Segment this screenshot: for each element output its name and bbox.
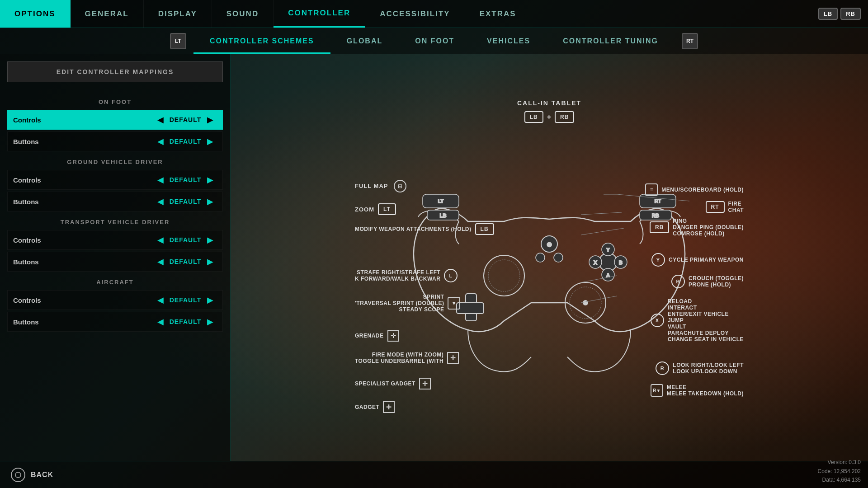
label-specialist-gadget: SPECIALIST GADGET ✛ bbox=[355, 378, 431, 389]
controls-left-arrow[interactable]: ◀ bbox=[154, 115, 167, 125]
svg-point-28 bbox=[583, 300, 588, 305]
svg-text:B: B bbox=[619, 260, 623, 265]
ground-buttons-row[interactable]: Buttons ◀ DEFAULT ▶ bbox=[7, 192, 223, 211]
buttons-right-arrow[interactable]: ▶ bbox=[203, 136, 217, 146]
section-ground-vehicle: GROUND VEHICLE DRIVER bbox=[7, 159, 223, 165]
svg-text:LT: LT bbox=[438, 198, 444, 204]
aircraft-buttons-right-arrow[interactable]: ▶ bbox=[203, 317, 217, 327]
aircraft-controls-right-arrow[interactable]: ▶ bbox=[203, 295, 217, 305]
label-sprint: SPRINT 'TRAVERSAL SPRINT (DOUBLE) STEADY… bbox=[355, 294, 460, 313]
nav-display[interactable]: DISPLAY bbox=[144, 0, 212, 28]
subnav-global[interactable]: GLOBAL bbox=[330, 28, 399, 54]
subnav-controller-schemes[interactable]: CONTROLLER SCHEMES bbox=[193, 28, 330, 54]
label-fire-mode: FIRE MODE (WITH ZOOM) TOGGLE UNDERBARREL… bbox=[355, 352, 459, 364]
section-aircraft: AIRCRAFT bbox=[7, 279, 223, 286]
svg-text:RT: RT bbox=[655, 198, 661, 204]
nav-general[interactable]: GENERAL bbox=[71, 0, 144, 28]
label-full-map: FULL MAP ⊟ bbox=[355, 180, 406, 192]
transport-controls-left-arrow[interactable]: ◀ bbox=[154, 235, 167, 245]
left-panel: EDIT CONTROLLER MAPPINGS ON FOOT Control… bbox=[0, 54, 231, 461]
back-button[interactable]: BACK bbox=[11, 468, 53, 482]
rb-right-key: RB bbox=[650, 221, 669, 233]
nav-accessibility[interactable]: ACCESSIBILITY bbox=[365, 0, 465, 28]
rb-badge[interactable]: RB bbox=[840, 8, 861, 20]
svg-text:Y: Y bbox=[606, 247, 610, 253]
main-content: EDIT CONTROLLER MAPPINGS ON FOOT Control… bbox=[0, 54, 868, 461]
bottom-bar: BACK Version: 0.3.0 Code: 12,954,202 Dat… bbox=[0, 461, 868, 488]
ground-controls-row[interactable]: Controls ◀ DEFAULT ▶ bbox=[7, 170, 223, 190]
y-key: Y bbox=[651, 253, 665, 267]
aircraft-controls-left-arrow[interactable]: ◀ bbox=[154, 295, 167, 305]
label-crouch: B CROUCH (TOGGLE) PRONE (HOLD) bbox=[671, 275, 744, 288]
lt-button[interactable]: LT bbox=[170, 33, 186, 49]
label-strafe: STRAFE RIGHT/STRAFE LEFT K FORWARD/WALK … bbox=[355, 269, 458, 282]
aircraft-controls-row[interactable]: Controls ◀ DEFAULT ▶ bbox=[7, 290, 223, 310]
svg-text:⊕: ⊕ bbox=[547, 241, 552, 248]
right-panel: CALL-IN TABLET LB + RB bbox=[231, 54, 868, 461]
svg-text:LB: LB bbox=[440, 213, 447, 218]
lb-badge[interactable]: LB bbox=[818, 8, 838, 20]
rt-button[interactable]: RT bbox=[682, 33, 698, 49]
nav-controller[interactable]: CONTROLLER bbox=[274, 0, 365, 28]
label-fire: RT FIRE CHAT bbox=[706, 201, 744, 213]
svg-point-16 bbox=[554, 253, 563, 262]
on-foot-buttons-row[interactable]: Buttons ◀ DEFAULT ▶ bbox=[7, 131, 223, 151]
x-key: X bbox=[651, 314, 664, 327]
ground-controls-left-arrow[interactable]: ◀ bbox=[154, 175, 167, 185]
transport-buttons-left-arrow[interactable]: ◀ bbox=[154, 257, 167, 267]
section-on-foot: ON FOOT bbox=[7, 99, 223, 105]
subnav-on-foot[interactable]: ON FOOT bbox=[399, 28, 471, 54]
label-reload: X RELOAD INTERACT ENTER/EXIT VEHICLE JUM… bbox=[651, 298, 744, 343]
lt-key: LT bbox=[378, 203, 396, 215]
label-cycle-weapon: Y CYCLE PRIMARY WEAPON bbox=[651, 253, 744, 267]
nav-extras[interactable]: EXTRAS bbox=[465, 0, 531, 28]
label-modify-weapon: MODIFY WEAPON ATTACHMENTS (HOLD) LB bbox=[355, 223, 494, 235]
transport-buttons-row[interactable]: Buttons ◀ DEFAULT ▶ bbox=[7, 252, 223, 272]
label-zoom: ZOOM LT bbox=[355, 203, 396, 215]
transport-buttons-right-arrow[interactable]: ▶ bbox=[203, 257, 217, 267]
subnav-controller-tuning[interactable]: CONTROLLER TUNING bbox=[547, 28, 675, 54]
aircraft-buttons-left-arrow[interactable]: ◀ bbox=[154, 317, 167, 327]
controls-right-arrow[interactable]: ▶ bbox=[203, 115, 217, 125]
lb-key: LB bbox=[475, 223, 494, 235]
label-ping: RB PING DANGER PING (DOUBLE) COMROSE (HO… bbox=[650, 218, 744, 237]
ground-buttons-right-arrow[interactable]: ▶ bbox=[203, 197, 217, 206]
svg-line-31 bbox=[581, 212, 622, 215]
transport-controls-row[interactable]: Controls ◀ DEFAULT ▶ bbox=[7, 230, 223, 250]
back-label: BACK bbox=[31, 471, 53, 479]
label-melee: R▼ MELEE MELEE TAKEDOWN (HOLD) bbox=[651, 384, 744, 397]
r-stick-key: R bbox=[656, 361, 669, 375]
subnav-vehicles[interactable]: VEHICLES bbox=[471, 28, 547, 54]
svg-line-32 bbox=[581, 228, 624, 235]
label-look: R LOOK RIGHT/LOOK LEFT LOOK UP/LOOK DOWN bbox=[656, 361, 744, 375]
aircraft-buttons-row[interactable]: Buttons ◀ DEFAULT ▶ bbox=[7, 312, 223, 332]
svg-rect-5 bbox=[457, 303, 484, 314]
nav-sound[interactable]: SOUND bbox=[212, 0, 274, 28]
on-foot-controls-row[interactable]: Controls ◀ DEFAULT ▶ bbox=[7, 110, 223, 130]
svg-point-1 bbox=[488, 260, 520, 291]
svg-text:X: X bbox=[594, 260, 597, 265]
label-gadget: GADGET ✛ bbox=[355, 401, 395, 413]
code-text: Code: 12,954,202 bbox=[818, 467, 861, 476]
svg-line-34 bbox=[581, 296, 617, 303]
version-text: Version: 0.3.0 bbox=[818, 458, 861, 467]
section-transport-vehicle: TRANSPORT VEHICLE DRIVER bbox=[7, 219, 223, 225]
circle-icon-svg bbox=[15, 472, 21, 478]
data-text: Data: 4,664,135 bbox=[818, 476, 861, 484]
l-stick-key: L bbox=[444, 269, 458, 282]
svg-point-15 bbox=[536, 253, 545, 262]
edit-mappings-button[interactable]: EDIT CONTROLLER MAPPINGS bbox=[7, 61, 223, 82]
transport-controls-right-arrow[interactable]: ▶ bbox=[203, 235, 217, 245]
buttons-left-arrow[interactable]: ◀ bbox=[154, 136, 167, 146]
version-info: Version: 0.3.0 Code: 12,954,202 Data: 4,… bbox=[818, 458, 861, 484]
label-grenade: GRENADE ✛ bbox=[355, 330, 399, 342]
nav-options[interactable]: OPTIONS bbox=[0, 0, 71, 28]
svg-point-0 bbox=[484, 255, 524, 296]
svg-point-43 bbox=[15, 472, 21, 478]
b-key: B bbox=[671, 275, 685, 288]
ground-controls-right-arrow[interactable]: ▶ bbox=[203, 175, 217, 185]
ground-buttons-left-arrow[interactable]: ◀ bbox=[154, 197, 167, 206]
sub-navigation: LT CONTROLLER SCHEMES GLOBAL ON FOOT VEH… bbox=[0, 28, 868, 54]
lb-rb-buttons: LB RB bbox=[818, 0, 868, 28]
back-circle-icon bbox=[11, 468, 25, 482]
